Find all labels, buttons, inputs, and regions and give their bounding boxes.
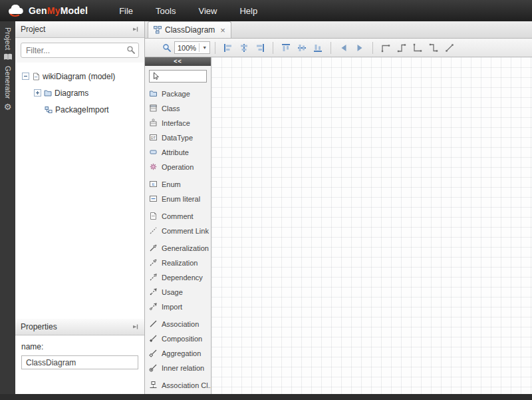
app-window: GenMyModel File Tools View Help Project … <box>0 0 532 400</box>
connector-step-up-button[interactable] <box>394 40 410 55</box>
palette-item-label: Generalization <box>162 244 209 252</box>
palette-item-label: Class <box>162 104 180 112</box>
palette-item-package[interactable]: Package <box>149 87 211 101</box>
palette-item-comment[interactable]: Comment <box>149 209 211 224</box>
align-left-button[interactable] <box>220 40 236 55</box>
left-rail: Project Generator ⚙ <box>0 21 15 394</box>
connector-straight-button[interactable] <box>442 40 458 55</box>
aggregation-icon <box>149 349 158 357</box>
connector-up-right-icon <box>381 43 390 53</box>
connector-step-up-icon <box>397 43 406 53</box>
palette-item-realization[interactable]: Realization <box>149 256 211 270</box>
palette-item-comment-link[interactable]: Comment Link <box>149 224 211 238</box>
palette-item-usage[interactable]: Usage <box>149 285 211 300</box>
comment-icon <box>149 212 158 220</box>
align-bottom-button[interactable] <box>310 40 326 55</box>
filter-input[interactable] <box>21 43 139 58</box>
menu-help[interactable]: Help <box>228 1 269 21</box>
tree-item-label: wikiDiagram (model) <box>43 72 115 81</box>
tab-label: ClassDiagram <box>165 25 215 35</box>
datatype-icon: DT <box>149 133 158 142</box>
association-icon <box>149 319 158 328</box>
arrow-right-button[interactable] <box>352 40 368 55</box>
properties-panel-title: Properties <box>21 322 131 331</box>
palette-item-class[interactable]: Class <box>149 101 211 116</box>
align-top-button[interactable] <box>278 40 294 55</box>
zoom-select[interactable]: 100% ▼ <box>174 41 210 54</box>
name-field[interactable] <box>21 355 138 369</box>
enum-literal-icon <box>149 194 158 203</box>
palette-item-interface[interactable]: Interface <box>149 116 211 130</box>
menu-view[interactable]: View <box>187 1 228 21</box>
connector-down-right-icon <box>413 43 422 53</box>
name-label: name: <box>21 342 43 351</box>
generalization-icon <box>149 244 158 252</box>
tool-palette: << Package Class Interface DTDataType At… <box>145 57 211 394</box>
book-icon <box>3 53 13 61</box>
palette-item-composition[interactable]: Composition <box>149 331 211 346</box>
selection-tool[interactable] <box>149 70 207 83</box>
palette-item-enum[interactable]: EEnum <box>149 177 211 192</box>
palette-item-label: Aggregation <box>162 349 201 357</box>
interface-icon <box>149 118 158 127</box>
connector-up-right-button[interactable] <box>378 40 394 55</box>
connector-down-right-button[interactable] <box>410 40 426 55</box>
palette-item-aggregation[interactable]: Aggregation <box>149 346 211 361</box>
palette-item-attribute[interactable]: Attribute <box>149 145 211 160</box>
editor-area: ClassDiagram × 100% ▼ <box>145 21 532 394</box>
expand-toggle-icon[interactable] <box>34 89 41 97</box>
connector-straight-icon <box>445 43 454 53</box>
arrow-left-button[interactable] <box>336 40 352 55</box>
rail-tab-project-label: Project <box>4 27 12 50</box>
arrow-right-icon <box>355 43 364 53</box>
palette-item-dependency[interactable]: Dependency <box>149 270 211 285</box>
palette-item-association[interactable]: Association <box>149 317 211 331</box>
align-middle-button[interactable] <box>294 40 310 55</box>
palette-item-datatype[interactable]: DTDataType <box>149 130 211 145</box>
tab-bar: ClassDiagram × <box>145 21 532 39</box>
menu-bar: File Tools View Help <box>108 1 269 21</box>
tree-item-diagrams[interactable]: Diagrams <box>18 85 142 101</box>
close-icon[interactable]: × <box>220 25 225 35</box>
zoom-control[interactable]: 100% ▼ <box>162 41 210 54</box>
palette-item-association-class[interactable]: Association Cl... <box>149 378 211 393</box>
align-center-button[interactable] <box>236 40 252 55</box>
project-panel: Project <box>15 21 145 394</box>
palette-item-inner-relation[interactable]: Inner relation <box>149 361 211 375</box>
palette-item-label: Package <box>162 90 190 98</box>
svg-text:E: E <box>152 182 154 186</box>
rail-tab-generator[interactable]: Generator ⚙ <box>4 63 12 114</box>
palette-item-generalization[interactable]: Generalization <box>149 241 211 256</box>
tab-classdiagram[interactable]: ClassDiagram × <box>148 21 231 38</box>
association-class-icon <box>149 381 158 389</box>
tree-item-wikidiagram[interactable]: wikiDiagram (model) <box>18 68 142 85</box>
diagram-canvas[interactable] <box>211 57 532 394</box>
dependency-icon <box>149 273 158 282</box>
palette-item-enum-literal[interactable]: Enum literal <box>149 192 211 206</box>
menu-file[interactable]: File <box>108 1 144 21</box>
align-right-button[interactable] <box>252 40 268 55</box>
package-import-icon <box>45 106 53 114</box>
brand[interactable]: GenMyModel <box>7 5 88 17</box>
palette-item-label: Import <box>162 303 182 311</box>
rail-tab-generator-label: Generator <box>4 66 12 99</box>
pin-icon[interactable] <box>131 323 139 331</box>
align-left-icon <box>223 43 233 53</box>
diagram-icon <box>154 26 162 34</box>
attribute-icon <box>149 148 158 156</box>
topbar: GenMyModel File Tools View Help <box>0 0 532 21</box>
connector-step-down-button[interactable] <box>426 40 442 55</box>
pin-icon[interactable] <box>131 25 139 33</box>
palette-item-import[interactable]: Import <box>149 300 211 314</box>
collapse-toggle-icon[interactable] <box>22 73 29 80</box>
rail-tab-project[interactable]: Project <box>3 25 13 63</box>
menu-tools[interactable]: Tools <box>144 1 187 21</box>
operation-gear-icon <box>149 162 158 171</box>
palette-collapse-button[interactable]: << <box>145 57 211 66</box>
model-icon <box>32 73 40 81</box>
palette-item-label: Composition <box>162 335 202 343</box>
tree-item-packageimport[interactable]: PackageImport <box>18 101 142 118</box>
palette-item-operation[interactable]: Operation <box>149 160 211 174</box>
palette-item-label: Comment <box>162 212 194 220</box>
palette-item-label: Usage <box>162 288 183 296</box>
